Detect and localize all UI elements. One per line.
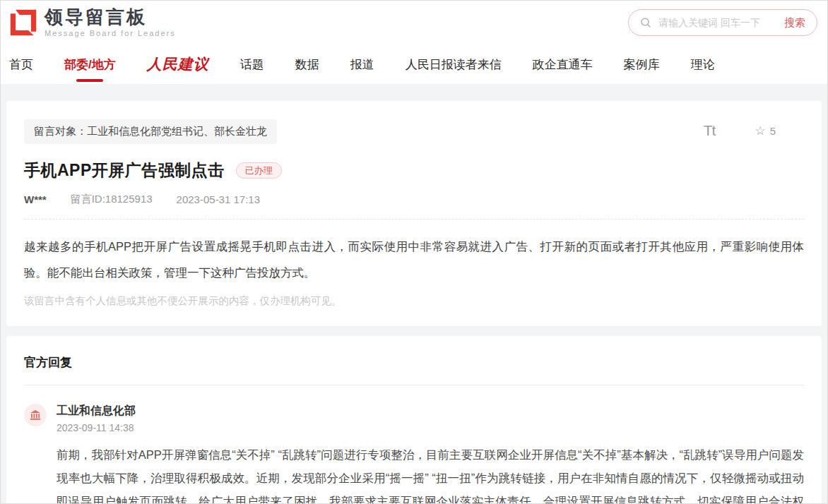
reply-body: 前期，我部针对APP开屏弹窗信息“关不掉” “乱跳转”问题进行专项整治，目前主要…: [57, 443, 804, 504]
nav-item-people-suggestions[interactable]: 人民建议: [147, 54, 209, 74]
reply-item: 工业和信息化部 2023-09-11 14:38 前期，我部针对APP开屏弹窗信…: [24, 404, 804, 504]
page-content: 留言对象：工业和信息化部党组书记、部长金壮龙 Tt ☆ 5 手机APP开屏广告强…: [1, 84, 827, 504]
message-timestamp: 2023-05-31 17:13: [177, 193, 260, 205]
nav-item-gov-enterprise[interactable]: 政企直通车: [533, 56, 593, 73]
main-nav: 首页 部委/地方 人民建议 话题 数据 报道 人民日报读者来信 政企直通车 案例…: [1, 44, 827, 84]
message-id: 留言ID:18125913: [71, 193, 153, 206]
nav-item-topics[interactable]: 话题: [240, 56, 264, 73]
logo-subtitle: Message Board for Leaders: [45, 29, 176, 37]
message-author: W***: [24, 193, 47, 205]
reply-timestamp: 2023-09-11 14:38: [57, 422, 804, 433]
agency-avatar: [24, 404, 47, 426]
reply-agency-name: 工业和信息化部: [57, 404, 804, 419]
top-header: 领导留言板 Message Board for Leaders 搜索: [1, 1, 827, 44]
nav-item-case-library[interactable]: 案例库: [624, 56, 660, 73]
privacy-note: 该留言中含有个人信息或其他不便公开展示的内容，仅办理机构可见。: [24, 294, 804, 308]
message-title: 手机APP开屏广告强制点击: [24, 160, 225, 181]
star-count: 5: [770, 125, 776, 137]
logo-icon: [9, 8, 37, 37]
star-icon: ☆: [755, 124, 765, 138]
message-tools: Tt ☆ 5: [704, 122, 804, 139]
nav-item-home[interactable]: 首页: [9, 56, 33, 73]
reply-section-title: 官方回复: [24, 354, 804, 385]
font-size-toggle[interactable]: Tt: [704, 122, 716, 139]
search-icon: [640, 17, 651, 28]
message-target-tag: 留言对象：工业和信息化部党组书记、部长金壮龙: [24, 119, 277, 144]
nav-item-theory[interactable]: 理论: [691, 56, 715, 73]
favorite-control[interactable]: ☆ 5: [755, 124, 776, 138]
logo-title: 领导留言板: [45, 8, 176, 27]
search-button[interactable]: 搜索: [784, 16, 805, 30]
nav-item-reports[interactable]: 报道: [350, 56, 374, 73]
message-meta: W*** 留言ID:18125913 2023-05-31 17:13: [24, 193, 804, 220]
message-card: 留言对象：工业和信息化部党组书记、部长金壮龙 Tt ☆ 5 手机APP开屏广告强…: [6, 101, 822, 326]
search-bar[interactable]: 搜索: [628, 9, 817, 36]
logo-text: 领导留言板 Message Board for Leaders: [45, 8, 176, 37]
government-building-icon: [29, 409, 42, 421]
nav-item-data[interactable]: 数据: [295, 56, 319, 73]
site-logo[interactable]: 领导留言板 Message Board for Leaders: [9, 8, 176, 37]
search-input[interactable]: [658, 17, 777, 28]
nav-item-reader-letters[interactable]: 人民日报读者来信: [406, 56, 502, 73]
message-body: 越来越多的手机APP把开屏广告设置成摇晃手机即点击进入，而实际使用中非常容易就进…: [24, 234, 804, 286]
official-reply-card: 官方回复 工业和信息化部 2023-09-11 14:38 前期: [6, 336, 822, 504]
status-badge: 已办理: [236, 162, 282, 179]
nav-item-ministries-regions[interactable]: 部委/地方: [64, 56, 116, 73]
